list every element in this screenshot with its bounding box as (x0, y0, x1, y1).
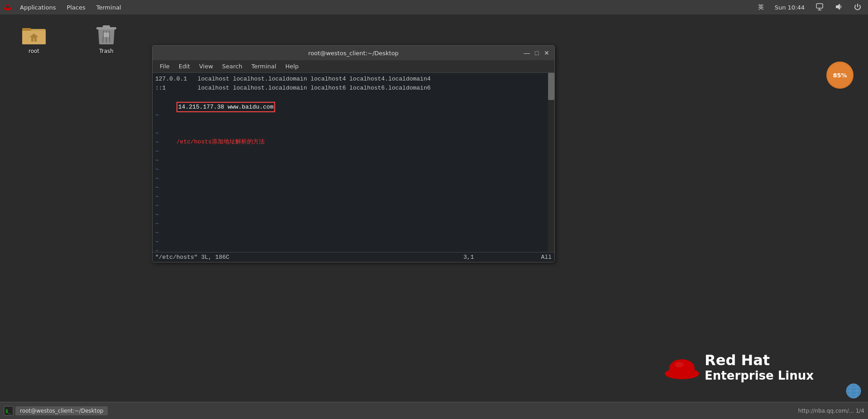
svg-rect-18 (104, 33, 109, 37)
svg-marker-6 (836, 4, 840, 10)
svg-rect-12 (33, 38, 35, 42)
places-menu[interactable]: Places (62, 2, 90, 13)
power-icon[interactable] (851, 1, 864, 14)
svg-text:85%: 85% (833, 72, 847, 79)
vim-tilde-line-13: ~ (155, 219, 552, 229)
vim-tilde-line-15: ~ (155, 238, 552, 247)
vim-tilde-line-5: ~ (155, 147, 552, 156)
trash-icon-label: Trash (99, 48, 114, 54)
vim-status-position: 3,1 All (463, 254, 552, 261)
help-menu[interactable]: Help (281, 62, 303, 71)
topbar: Applications Places Terminal 英 Sun 10:44 (0, 0, 868, 14)
search-menu[interactable]: Search (218, 62, 247, 71)
network-donut-chart: 85% (826, 62, 854, 89)
vim-scrollbar[interactable] (548, 73, 554, 252)
vim-tilde-line-7: ~ (155, 165, 552, 174)
vim-annotation: /etc/hosts添加地址解析的方法 (176, 138, 265, 145)
svg-point-23 (675, 362, 684, 367)
vim-tilde-line-8: ~ (155, 174, 552, 183)
network-icon[interactable] (813, 1, 826, 14)
svg-point-22 (669, 359, 695, 377)
highlighted-ip-line: 14.215.177.38 www.baidu.com (176, 102, 276, 113)
vim-line-1: 127.0.0.1 localhost localhost.localdomai… (155, 75, 552, 84)
svg-point-2 (6, 5, 10, 9)
redhat-product: Enterprise Linux (705, 369, 814, 382)
svg-rect-3 (816, 4, 823, 8)
vim-line-2: ::1 localhost localhost.localdomain loca… (155, 84, 552, 93)
trash-icon (94, 21, 119, 46)
svg-text:$_: $_ (5, 409, 11, 414)
applications-menu[interactable]: Applications (15, 2, 60, 13)
redhat-logo: Red Hat Enterprise Linux (664, 351, 814, 383)
language-indicator[interactable]: 英 (755, 1, 767, 13)
topbar-right: 英 Sun 10:44 (755, 1, 864, 14)
terminal-title: root@westos_client:~/Desktop (156, 50, 551, 57)
redhat-icon (4, 3, 12, 11)
home-folder-icon (21, 21, 47, 46)
vim-tilde-line-14: ~ (155, 229, 552, 238)
vim-tilde-line-11: ~ (155, 201, 552, 210)
vim-scrollbar-thumb[interactable] (548, 73, 554, 100)
terminal-vim-content[interactable]: 127.0.0.1 localhost localhost.localdomai… (153, 73, 554, 252)
redhat-text: Red Hat Enterprise Linux (705, 352, 814, 382)
topbar-left: Applications Places Terminal (4, 2, 126, 13)
view-menu[interactable]: View (195, 62, 218, 71)
redhat-logo-container: Red Hat Enterprise Linux (664, 351, 814, 383)
redhat-name: Red Hat (705, 352, 814, 369)
clock: Sun 10:44 (772, 2, 807, 13)
taskbar-right-text: http://nba.qq.com/... 1/4 (798, 408, 864, 414)
vim-line-3: 14.215.177.38 www.baidu.com (155, 93, 552, 102)
terminal-menu-item[interactable]: Terminal (247, 62, 281, 71)
network-widget[interactable]: 85% ↑ OK/s ↓ OK/s (826, 62, 858, 82)
vim-tilde-line-6: ~ (155, 156, 552, 165)
root-desktop-icon[interactable]: root (14, 18, 54, 57)
terminal-menu[interactable]: Terminal (92, 2, 126, 13)
file-menu[interactable]: File (155, 62, 174, 71)
vim-status-left: "/etc/hosts" 3L, 186C (155, 254, 229, 261)
vim-tilde-line-9: ~ (155, 183, 552, 192)
vim-tilde-line-16: ~ (155, 247, 552, 252)
minimize-button[interactable]: — (523, 49, 531, 57)
edit-menu[interactable]: Edit (174, 62, 195, 71)
maximize-button[interactable]: □ (533, 49, 541, 57)
vim-tilde-line-1: ~ (155, 111, 552, 120)
close-button[interactable]: ✕ (543, 49, 551, 57)
vim-tilde-line-12: ~ (155, 210, 552, 219)
volume-icon[interactable] (832, 1, 845, 14)
vim-statusbar: "/etc/hosts" 3L, 186C 3,1 All (153, 252, 554, 262)
svg-rect-14 (103, 25, 110, 28)
trash-desktop-icon[interactable]: Trash (86, 18, 127, 57)
globe-icon[interactable] (845, 383, 862, 399)
terminal-window: root@westos_client:~/Desktop — □ ✕ File … (152, 45, 555, 262)
terminal-titlebar: root@westos_client:~/Desktop — □ ✕ (153, 46, 554, 60)
root-icon-label: root (29, 48, 39, 54)
vim-tilde-line-10: ~ (155, 192, 552, 201)
terminal-menubar: File Edit View Search Terminal Help (153, 60, 554, 73)
network-circle: 85% ↑ OK/s ↓ OK/s (826, 62, 854, 89)
bottombar: $_ root@westos_client:~/Desktop http://n… (0, 402, 868, 419)
taskbar-terminal-item[interactable]: root@westos_client:~/Desktop (15, 406, 108, 415)
redhat-hat-svg (664, 351, 700, 383)
taskbar-terminal-icon: $_ (4, 406, 14, 416)
terminal-window-buttons: — □ ✕ (523, 49, 551, 57)
vim-annotation-line: ~ /etc/hosts添加地址解析的方法 (155, 120, 552, 129)
